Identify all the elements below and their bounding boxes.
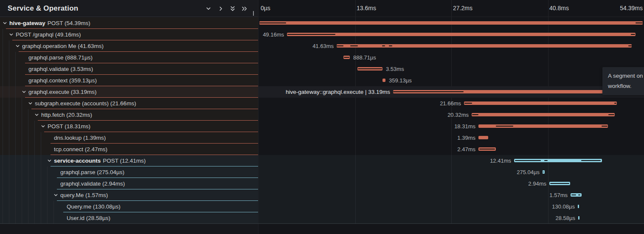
span-duration-bar[interactable] (578, 205, 579, 208)
span-row-left[interactable]: dns.lookup (1.39ms) (0, 132, 258, 144)
critical-path-segment[interactable] (287, 34, 335, 35)
critical-path-segment[interactable] (550, 183, 569, 184)
critical-path-segment[interactable] (544, 160, 548, 161)
chevron-slot[interactable] (34, 109, 41, 121)
chevron-slot[interactable] (41, 121, 48, 132)
span-duration-bar[interactable] (259, 21, 643, 25)
critical-path-segment[interactable] (636, 23, 643, 23)
span-duration-bar[interactable] (337, 44, 632, 48)
span-row-left[interactable]: Query.me (130.08µs) (0, 201, 258, 212)
critical-path-segment[interactable] (464, 103, 472, 104)
span-row-timeline[interactable]: 2.94ms (259, 178, 644, 189)
chevron-slot[interactable] (15, 40, 22, 52)
critical-path-segment[interactable] (571, 195, 576, 195)
span-row-timeline[interactable]: 18.31ms (259, 121, 644, 132)
span-row-timeline[interactable]: 359.13µs (259, 75, 644, 86)
indent-guide (28, 212, 34, 224)
span-row-left[interactable]: POST (18.31ms) (0, 121, 258, 132)
span-row-left[interactable]: graphql.execute (33.19ms) (0, 86, 258, 98)
critical-path-segment[interactable] (389, 45, 392, 46)
collapse-chevron-icon[interactable] (28, 101, 33, 106)
critical-path-segment[interactable] (543, 172, 544, 172)
span-row-left[interactable]: graphql.parse (888.71µs) (0, 52, 258, 63)
span-row-timeline[interactable]: 20.32ms (259, 109, 644, 121)
span-row-left[interactable]: POST /graphql (49.16ms) (0, 29, 258, 40)
span-duration-bar[interactable] (578, 216, 579, 220)
span-row-timeline[interactable]: 275.04µs (259, 166, 644, 178)
span-row-left[interactable]: graphql.context (359.13µs) (0, 75, 258, 86)
critical-path-segment[interactable] (628, 45, 632, 46)
critical-path-segment[interactable] (337, 45, 343, 46)
span-duration-bar[interactable] (464, 101, 617, 105)
critical-path-segment[interactable] (472, 114, 478, 115)
indent-guide (15, 201, 22, 212)
critical-path-segment[interactable] (350, 45, 358, 46)
span-row-timeline[interactable]: 49.16ms (259, 29, 644, 40)
collapse-chevron-icon[interactable] (9, 32, 14, 37)
panel-resize-grip-icon[interactable] (253, 10, 256, 14)
span-duration-bar[interactable] (478, 136, 488, 139)
span-row-timeline[interactable]: 41.63ms (259, 40, 644, 52)
span-row-left[interactable]: tcp.connect (2.47ms) (0, 144, 258, 155)
chevron-slot (53, 178, 60, 189)
span-duration-bar[interactable] (472, 113, 615, 116)
span-row-left[interactable]: graphql.validate (3.53ms) (0, 63, 258, 75)
span-row-left[interactable]: graphql.operation Me (41.63ms) (0, 40, 258, 52)
chevron-slot[interactable] (9, 29, 16, 40)
span-row-left[interactable]: graphql.parse (275.04µs) (0, 166, 258, 178)
chevron-slot[interactable] (22, 86, 28, 98)
double-chevron-down-icon[interactable] (230, 6, 236, 11)
collapse-chevron-icon[interactable] (53, 193, 58, 197)
span-row-timeline[interactable]: 1.57ms (259, 189, 644, 201)
span-row-left[interactable]: service-accountsPOST (12.41ms) (0, 155, 258, 166)
indent-guide (3, 29, 9, 40)
span-row-timeline[interactable]: 28.58µs (259, 212, 644, 224)
collapse-chevron-icon[interactable] (47, 158, 52, 163)
critical-path-segment[interactable] (608, 114, 614, 115)
chevron-right-icon[interactable] (218, 6, 224, 11)
span-row-timeline[interactable]: 130.08µs (259, 201, 644, 212)
span-row-left[interactable]: subgraph.execute (accounts) (21.66ms) (0, 98, 258, 109)
indent-guide (22, 98, 28, 109)
chevron-down-icon[interactable] (205, 6, 211, 11)
critical-path-segment[interactable] (382, 45, 385, 46)
span-row-timeline[interactable]: 21.66ms (259, 98, 644, 109)
critical-path-segment[interactable] (614, 103, 616, 104)
span-row-timeline[interactable]: 2.47ms (259, 144, 644, 155)
critical-path-segment[interactable] (631, 34, 635, 35)
span-row-left[interactable]: graphql.validate (2.94ms) (0, 178, 258, 189)
span-row-timeline[interactable] (259, 17, 644, 29)
chevron-slot[interactable] (53, 189, 60, 201)
span-duration-bar[interactable] (382, 79, 385, 82)
span-row-timeline[interactable]: 3.53ms (259, 63, 644, 75)
collapse-chevron-icon[interactable] (3, 21, 7, 25)
span-row-timeline[interactable]: 1.39ms (259, 132, 644, 144)
collapse-chevron-icon[interactable] (22, 90, 26, 94)
span-row-left[interactable]: User.id (28.58µs) (0, 212, 258, 224)
chevron-slot[interactable] (28, 98, 35, 109)
span-row-left[interactable]: http.fetch (20.32ms) (0, 109, 258, 121)
critical-path-segment[interactable] (496, 126, 513, 127)
span-duration-bar[interactable] (287, 33, 636, 36)
span-row-timeline[interactable]: 888.71µs (259, 52, 644, 63)
critical-path-segment[interactable] (602, 126, 607, 127)
chevron-slot[interactable] (47, 155, 54, 166)
span-row-timeline[interactable]: hive-gateway::graphql.execute | 33.19ms (259, 86, 644, 98)
critical-path-segment[interactable] (581, 160, 601, 161)
critical-path-segment[interactable] (515, 160, 541, 161)
chevron-slot[interactable] (3, 17, 9, 29)
collapse-chevron-icon[interactable] (34, 113, 39, 117)
span-row-timeline[interactable]: 12.41ms (259, 155, 644, 166)
double-chevron-right-icon[interactable] (242, 6, 247, 11)
span-row-left[interactable]: hive-gatewayPOST (54.39ms) (0, 17, 258, 29)
span-row-left[interactable]: query.Me (1.57ms) (0, 189, 258, 201)
critical-path-segment[interactable] (358, 68, 382, 69)
critical-path-segment[interactable] (578, 195, 580, 195)
collapse-chevron-icon[interactable] (15, 44, 20, 48)
span-duration-label: 41.63ms (312, 43, 334, 49)
critical-path-segment[interactable] (344, 57, 349, 58)
critical-path-segment[interactable] (259, 23, 286, 23)
collapse-chevron-icon[interactable] (41, 124, 45, 129)
critical-path-segment[interactable] (479, 149, 495, 149)
critical-path-segment[interactable] (393, 91, 464, 92)
